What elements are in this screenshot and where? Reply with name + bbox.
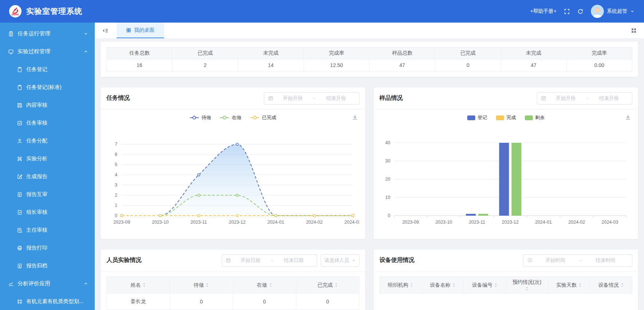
column-header-1[interactable]: 设备名称 (422, 277, 464, 294)
stats-value: 12.50 (304, 59, 369, 71)
sidebar-item-4[interactable]: 内容审核 (0, 96, 95, 114)
data-point (198, 215, 200, 217)
tab-bar: 我的桌面 (95, 23, 644, 38)
user-menu[interactable]: 系统超管 (591, 5, 635, 18)
column-header-3[interactable]: 预约情况(次) (506, 277, 548, 294)
end-month-placeholder: 结束月份 (590, 95, 628, 102)
column-header-0[interactable]: 姓名 (107, 277, 170, 294)
sidebar-item-7[interactable]: 实验分析 (0, 150, 95, 168)
column-label: 姓名 (130, 282, 141, 289)
data-point (352, 215, 354, 217)
sample-status-card: 样品情况 开始月份 - 结束月份 (374, 87, 638, 239)
sidebar-item-5[interactable]: 任务审核 (0, 114, 95, 132)
fullscreen-icon[interactable] (564, 8, 570, 15)
y-axis-label: 0 (115, 213, 117, 218)
y-axis-label: 5 (115, 162, 117, 167)
sidebar-item-12[interactable]: 报告打印 (0, 239, 95, 257)
tab-my-desktop[interactable]: 我的桌面 (117, 23, 164, 38)
table-cell: 0 (233, 294, 296, 310)
avatar (591, 5, 604, 18)
download-icon[interactable] (625, 114, 631, 122)
sidebar-item-9[interactable]: 报告互审 (0, 185, 95, 203)
legend-item-2[interactable]: 已完成 (250, 114, 276, 121)
user-icon (17, 138, 23, 144)
archive-icon (17, 263, 23, 269)
end-month-placeholder: 结束月份 (317, 95, 355, 102)
top-header: SINOPEC 实验室管理系统 +帮助手册+ (0, 0, 644, 23)
sidebar-item-11[interactable]: 主任审核 (0, 221, 95, 239)
sample-card-title: 样品情况 (379, 94, 403, 102)
personnel-select[interactable]: 请选择人员 (321, 254, 359, 267)
y-axis-label: 20 (385, 177, 390, 182)
column-label: 设备名称 (430, 282, 450, 289)
download-icon[interactable] (352, 114, 358, 122)
sidebar-item-8[interactable]: 生成报告 (0, 168, 95, 185)
y-axis-label: 10 (385, 195, 390, 200)
column-header-1[interactable]: 待做 (170, 277, 233, 294)
apps-grid-icon[interactable] (631, 28, 637, 34)
sort-caret-icon (269, 283, 272, 287)
clipboard-icon (17, 85, 23, 90)
sample-month-range-picker[interactable]: 开始月份 - 结束月份 (537, 92, 632, 105)
column-header-3[interactable]: 已完成 (296, 277, 359, 294)
column-label: 待做 (194, 282, 204, 289)
sidebar-item-14[interactable]: 分析评价应用 (0, 275, 95, 293)
bar-登记 (499, 143, 509, 216)
legend-item-0[interactable]: 登记 (467, 114, 487, 121)
stats-header: 未完成 (238, 47, 304, 59)
doc-lines-icon (17, 192, 23, 197)
legend-item-1[interactable]: 在做 (220, 114, 241, 121)
sidebar-item-3[interactable]: 任务登记(标准) (0, 78, 95, 96)
sidebar-item-6[interactable]: 任务分配 (0, 132, 95, 150)
calendar-icon (226, 258, 231, 263)
data-point (198, 194, 200, 196)
help-manual-link[interactable]: +帮助手册+ (530, 8, 557, 15)
sidebar-item-label: 报告打印 (26, 244, 88, 251)
legend-item-1[interactable]: 完成 (496, 114, 516, 121)
column-header-2[interactable]: 设备编号 (464, 277, 506, 294)
data-point (313, 215, 315, 217)
monitor-icon (8, 49, 14, 55)
sort-caret-icon (335, 283, 338, 287)
x-axis-label: 2024-02 (306, 220, 323, 225)
task-card-title: 任务情况 (106, 94, 130, 102)
data-point (274, 215, 277, 217)
stats-header: 样品总数 (370, 47, 435, 59)
printer-icon (17, 245, 23, 251)
table-row[interactable]: 姜长龙000 (107, 294, 359, 310)
personnel-date-range-picker[interactable]: 开始日期 - 结束日期 (222, 254, 317, 267)
start-month-placeholder: 开始月份 (273, 95, 312, 102)
legend-item-2[interactable]: 剩余 (525, 114, 545, 121)
legend-item-0[interactable]: 待做 (190, 114, 211, 121)
sidebar-item-0[interactable]: 任务运行管理 (0, 25, 95, 43)
doc-check-icon (17, 209, 23, 215)
trend-icon (8, 281, 14, 287)
task-month-range-picker[interactable]: 开始月份 - 结束月份 (264, 92, 359, 105)
refresh-icon[interactable] (577, 8, 583, 15)
save-icon (17, 102, 23, 108)
table-cell: 0 (296, 294, 359, 310)
column-header-4[interactable]: 实验天数 (548, 277, 590, 294)
column-header-5[interactable]: 设备情况 (590, 277, 632, 294)
stats-value: 16 (107, 59, 172, 71)
legend-label: 完成 (507, 114, 516, 121)
sidebar-item-10[interactable]: 组长审核 (0, 203, 95, 221)
personnel-experiments-card: 人员实验情况 开始日期 - 结束日期 请选择人员 (101, 250, 365, 310)
sidebar-item-2[interactable]: 任务登记 (0, 60, 95, 78)
legend-swatch (467, 115, 475, 120)
stats-header: 完成率 (304, 47, 369, 59)
collapse-sidebar-icon[interactable] (102, 27, 109, 34)
y-axis-label: 0 (388, 213, 390, 218)
sidebar-item-label: 报告归档 (26, 262, 88, 269)
table-header-row: 姓名待做在做已完成 (107, 277, 359, 294)
table-cell: 0 (170, 294, 233, 310)
column-header-2[interactable]: 在做 (233, 277, 296, 294)
column-header-0[interactable]: 组织机构 (380, 277, 422, 294)
sidebar-item-13[interactable]: 报告归档 (0, 257, 95, 275)
equipment-time-range-picker[interactable]: 开始时间 - 结束时间 (523, 254, 632, 267)
topbar-actions: +帮助手册+ 系统超管 (530, 5, 635, 18)
sidebar-item-1[interactable]: 实验过程管理 (0, 43, 95, 60)
x-axis-label: 2023-10 (436, 220, 452, 225)
start-time-placeholder: 开始时间 (532, 257, 578, 264)
sidebar-item-15[interactable]: 有机元素有机质类型划... (0, 293, 95, 310)
